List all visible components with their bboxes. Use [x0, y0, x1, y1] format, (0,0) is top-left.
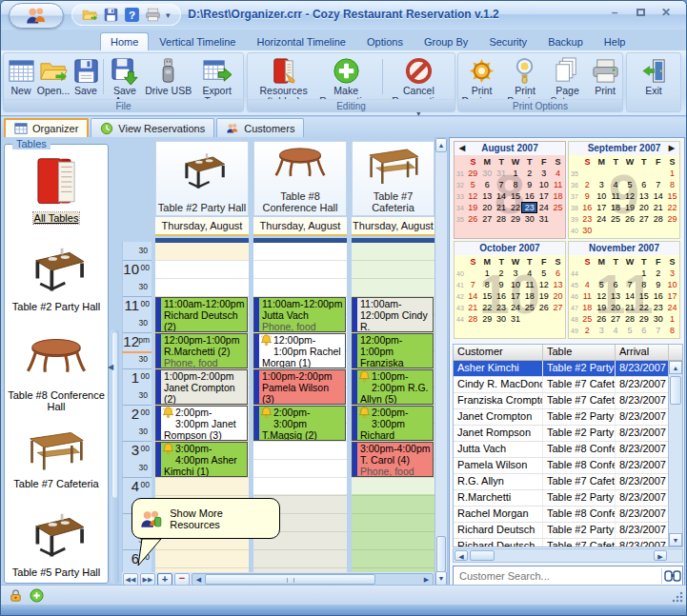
calendar-day[interactable]: 1 [636, 268, 651, 278]
calendar-day[interactable]: 24 [595, 214, 609, 224]
view-tab-view-reservations[interactable]: View Reservations [91, 118, 214, 137]
calendar-day[interactable]: 30 [480, 169, 495, 178]
calendar-day[interactable]: 4 [609, 326, 623, 335]
scroll-left-icon[interactable]: ◀ [192, 574, 205, 585]
resource-header-table-7-cafeteria[interactable]: Table #7 Cafeteria [352, 141, 434, 216]
calendar-day[interactable]: 27 [480, 214, 495, 224]
sidebar-scrollbar-thumb[interactable] [111, 331, 118, 499]
calendar-day[interactable]: 7 [495, 180, 509, 189]
calendar-day[interactable]: 13 [551, 280, 565, 289]
table-horizontal-scrollbar[interactable]: ◀ ▶ [453, 548, 683, 563]
table-row[interactable]: R.MarchettiTable #2 Party Hall8/23/2007 … [454, 490, 682, 507]
calendar-day[interactable]: 30 [580, 226, 595, 235]
calendar-day[interactable]: 18 [609, 203, 623, 212]
calendar-day[interactable]: 17 [665, 291, 679, 301]
sidebar-item-table-8-conference-hall[interactable]: Table #8 Conference Hall [7, 328, 106, 415]
calendar-day[interactable]: 20 [480, 203, 495, 212]
calendar-day[interactable]: 29 [665, 214, 679, 224]
calendar-day[interactable]: 27 [551, 303, 565, 312]
scheduler-vscrollbar-thumb[interactable] [436, 536, 446, 572]
calendar-day[interactable]: 6 [551, 268, 565, 278]
calendar-day[interactable]: 11 [551, 180, 565, 189]
minimize-button[interactable]: – [606, 6, 623, 20]
sidebar-item-table-2-party-hall[interactable]: Table #2 Party Hall [7, 239, 106, 327]
calendar-day[interactable]: 16 [522, 191, 536, 201]
calendar-day[interactable]: 8 [665, 180, 679, 189]
reservation-asher-kimchi-1[interactable]: 3:00pm-4:00pm Asher Kimchi (1)Address [155, 442, 248, 477]
calendar-day[interactable]: 26 [466, 214, 480, 224]
calendar-day[interactable]: 25 [522, 303, 536, 312]
ribbon-tab-horizontal-timeline[interactable]: Horizontal Timeline [246, 32, 356, 50]
calendar-day[interactable]: 18 [522, 291, 536, 301]
table-row[interactable]: Jutta VachTable #8 Conference Hall8/23/2… [454, 442, 682, 458]
calendar-day[interactable]: 31 [536, 214, 551, 224]
calendar-day[interactable]: 7 [466, 280, 480, 289]
calendar-day[interactable]: 12 [466, 191, 480, 201]
calendar-day[interactable]: 19 [595, 303, 609, 312]
column-header-arrival[interactable]: Arrival [616, 345, 669, 360]
table-row[interactable]: Janet RompsonTable #2 Party Hall8/23/200… [454, 426, 682, 442]
calendar-day[interactable]: 25 [609, 214, 623, 224]
calendar-day[interactable]: 4 [580, 280, 595, 289]
calendar-day[interactable]: 23 [580, 214, 595, 224]
ribbon-button-print[interactable]: Print [589, 55, 621, 96]
reservation-richard-deutsch-2[interactable]: 11:00am-12:00pm Richard Deutsch (2)Addre… [155, 297, 248, 332]
calendar-day[interactable]: 12 [623, 191, 637, 201]
calendar-day[interactable]: 21 [466, 303, 480, 312]
resize-grip[interactable] [672, 591, 683, 603]
calendar-day[interactable]: 16 [495, 291, 509, 301]
calendar-day[interactable]: 20 [636, 203, 651, 212]
calendar-day[interactable]: 5 [623, 326, 637, 335]
table-scroll-down-icon[interactable]: ▼ [669, 533, 682, 546]
calendar-day[interactable]: 15 [480, 291, 495, 301]
app-menu-button[interactable] [9, 3, 64, 29]
calendar-day[interactable]: 25 [551, 203, 565, 212]
calendar-day[interactable]: 17 [509, 291, 523, 301]
calendar-day[interactable]: 5 [466, 180, 480, 189]
calendar-day[interactable]: 20 [609, 303, 623, 312]
calendar-day[interactable]: 8 [636, 280, 651, 289]
ribbon-button-exit[interactable]: Exit [637, 55, 670, 96]
calendar-day[interactable]: 27 [609, 314, 623, 324]
scheduler-scrollbar-thumb[interactable] [205, 574, 375, 585]
calendar-day[interactable]: 24 [509, 303, 523, 312]
sidebar-item-table-7-cafeteria[interactable]: Table #7 Cafeteria [7, 416, 106, 504]
calendar-day[interactable]: 9 [651, 280, 665, 289]
calendar-day[interactable]: 13 [636, 191, 651, 201]
table-row[interactable]: Rachel MorganTable #8 Conference Hall8/2… [454, 507, 682, 523]
calendar-day[interactable]: 21 [651, 203, 665, 212]
calendar-day[interactable]: 5 [623, 180, 637, 189]
table-row[interactable]: Richard DeutschTable #2 Party Hall8/23/2… [454, 523, 682, 539]
calendar-day[interactable]: 18 [551, 191, 565, 201]
calendar-day[interactable]: 2 [495, 268, 509, 278]
calendar-day[interactable]: 29 [466, 169, 480, 178]
calendar-day[interactable]: 29 [509, 214, 523, 224]
ribbon-tab-group-by[interactable]: Group By [414, 32, 478, 50]
calendar-day[interactable]: 3 [595, 180, 609, 189]
calendar-day[interactable]: 9 [580, 191, 595, 201]
search-binoculars-icon[interactable] [661, 568, 682, 584]
add-icon[interactable] [30, 588, 44, 603]
calendar-day[interactable]: 11 [580, 291, 595, 301]
calendar-day[interactable]: 24 [536, 203, 551, 212]
table-scroll-right-icon[interactable]: ▶ [654, 550, 667, 561]
calendar-day[interactable]: 4 [522, 268, 536, 278]
calendar-day[interactable]: 29 [480, 314, 495, 324]
calendar-day[interactable]: 6 [480, 180, 495, 189]
calendar-day[interactable]: 14 [623, 291, 637, 301]
calendar-day[interactable]: 15 [636, 291, 651, 301]
calendar-day[interactable]: 16 [651, 291, 665, 301]
table-row[interactable]: Janet CromptonTable #2 Party Hall8/23/20… [454, 409, 682, 426]
calendar-day[interactable]: 16 [580, 203, 595, 212]
calendar-day[interactable]: 6 [636, 326, 651, 335]
calendar-day[interactable]: 2 [580, 326, 595, 335]
calendar-day[interactable]: 22 [480, 303, 495, 312]
save-icon[interactable] [103, 7, 119, 23]
calendar-day[interactable]: 31 [509, 314, 523, 324]
calendar-day[interactable]: 30 [495, 314, 509, 324]
calendar-day[interactable]: 10 [536, 180, 551, 189]
column-header-customer[interactable]: Customer [454, 345, 543, 360]
table-hscrollbar-thumb[interactable] [470, 550, 495, 561]
scroll-right-icon[interactable]: ▶ [420, 574, 433, 585]
calendar-day[interactable]: 5 [536, 268, 551, 278]
